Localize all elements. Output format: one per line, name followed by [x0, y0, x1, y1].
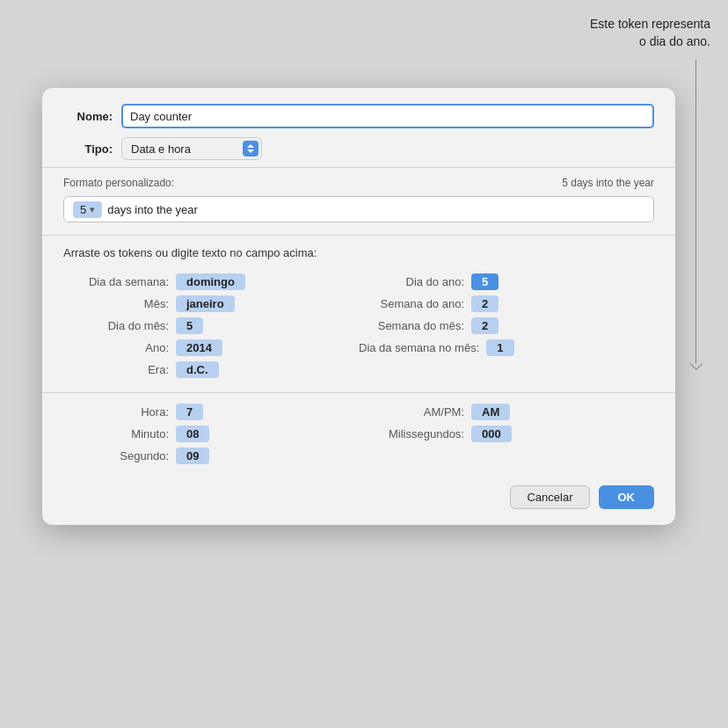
format-suffix: days into the year	[107, 203, 198, 216]
token-value-diaano[interactable]: 5	[471, 273, 499, 290]
token-row-diasemname: Dia da semana no mês: 1	[359, 339, 514, 356]
format-section: Formato personalizado: 5 days into the y…	[42, 168, 675, 235]
name-label: Nome:	[63, 110, 113, 123]
token-row-diames: Dia do mês: 5	[63, 317, 203, 334]
token-label-era: Era:	[63, 363, 169, 376]
type-select-wrapper: Data e hora	[121, 137, 262, 160]
token-row-semanames: Semana do mês: 2	[359, 317, 499, 334]
token-value-diasemana[interactable]: domingo	[176, 273, 245, 290]
token-value-hora[interactable]: 7	[176, 404, 203, 420]
token-value-diames[interactable]: 5	[176, 317, 203, 334]
token-value-minuto[interactable]: 08	[176, 426, 209, 442]
tokens-grid: Dia da semana: domingo Mês: janeiro Dia …	[42, 270, 675, 392]
token-label-hora: Hora:	[63, 405, 169, 419]
time-grid: Hora: 7 Minuto: 08 Segundo: 09 AM/	[63, 404, 654, 464]
token-number: 5	[80, 203, 86, 216]
token-label-diasemana: Dia da semana:	[63, 275, 169, 288]
token-label-ms: Milissegundos:	[359, 427, 464, 440]
token-row-hora: Hora: 7	[63, 404, 203, 420]
format-label-row: Formato personalizado: 5 days into the y…	[63, 177, 654, 189]
token-dropdown-icon: ▾	[90, 204, 95, 215]
token-label-diaano: Dia do ano:	[359, 275, 464, 288]
token-row-diaano: Dia do ano: 5	[359, 273, 499, 290]
token-row-minuto: Minuto: 08	[63, 426, 209, 442]
dialog: Nome: Tipo: Data e hora F	[42, 88, 675, 525]
type-select[interactable]: Data e hora	[121, 137, 262, 160]
token-label-semanaano: Semana do ano:	[359, 297, 464, 310]
token-label-semanames: Semana do mês:	[359, 319, 464, 332]
token-row-diasemana: Dia da semana: domingo	[63, 273, 245, 290]
time-right-col: AM/PM: AM Milissegundos: 000	[359, 404, 654, 464]
token-value-segundo[interactable]: 09	[176, 448, 209, 464]
time-left-col: Hora: 7 Minuto: 08 Segundo: 09	[63, 404, 359, 464]
token-value-era[interactable]: d.C.	[176, 361, 219, 378]
tooltip-container: Este token representa o dia do ano.	[590, 16, 710, 50]
token-value-ampm[interactable]: AM	[471, 404, 510, 420]
tokens-left-col: Dia da semana: domingo Mês: janeiro Dia …	[63, 273, 359, 378]
token-row-ms: Milissegundos: 000	[359, 426, 512, 442]
format-label: Formato personalizado:	[63, 177, 174, 189]
time-section: Hora: 7 Minuto: 08 Segundo: 09 AM/	[42, 393, 675, 477]
ok-button[interactable]: OK	[599, 485, 655, 509]
format-field[interactable]: 5 ▾ days into the year	[63, 196, 654, 222]
token-value-diasemname[interactable]: 1	[486, 339, 513, 356]
token-row-era: Era: d.C.	[63, 361, 219, 378]
tooltip-arrow	[690, 358, 703, 370]
format-preview: 5 days into the year	[562, 177, 654, 189]
tokens-right-col: Dia do ano: 5 Semana do ano: 2 Semana do…	[359, 273, 654, 378]
token-row-ano: Ano: 2014	[63, 339, 222, 356]
token-value-semanaano[interactable]: 2	[471, 295, 499, 312]
cancel-button[interactable]: Cancelar	[510, 485, 589, 509]
name-input[interactable]	[121, 104, 654, 128]
token-value-ano[interactable]: 2014	[176, 339, 222, 356]
type-label: Tipo:	[63, 142, 113, 156]
type-row: Tipo: Data e hora	[63, 137, 654, 160]
tooltip-line1: Este token representa	[590, 16, 710, 33]
token-label-ano: Ano:	[63, 341, 169, 354]
token-label-ampm: AM/PM:	[359, 405, 464, 419]
token-badge-5[interactable]: 5 ▾	[73, 201, 102, 218]
token-row-ampm: AM/PM: AM	[359, 404, 510, 420]
token-row-semanaano: Semana do ano: 2	[359, 295, 499, 312]
token-label-segundo: Segundo:	[63, 449, 169, 462]
token-label-minuto: Minuto:	[63, 427, 169, 440]
tooltip-line	[695, 60, 696, 364]
token-label-diasemname: Dia da semana no mês:	[359, 341, 479, 354]
tooltip-line2: o dia do ano.	[590, 33, 710, 51]
bottom-buttons: Cancelar OK	[42, 477, 675, 525]
token-value-mes[interactable]: janeiro	[176, 295, 235, 312]
name-row: Nome:	[63, 104, 654, 128]
token-label-mes: Mês:	[63, 297, 169, 310]
token-value-ms[interactable]: 000	[471, 426, 512, 442]
instructions: Arraste os tokens ou digite texto no cam…	[42, 236, 675, 270]
token-row-segundo: Segundo: 09	[63, 448, 209, 464]
token-row-mes: Mês: janeiro	[63, 295, 235, 312]
token-label-diames: Dia do mês:	[63, 319, 169, 332]
token-value-semanames[interactable]: 2	[471, 317, 499, 334]
